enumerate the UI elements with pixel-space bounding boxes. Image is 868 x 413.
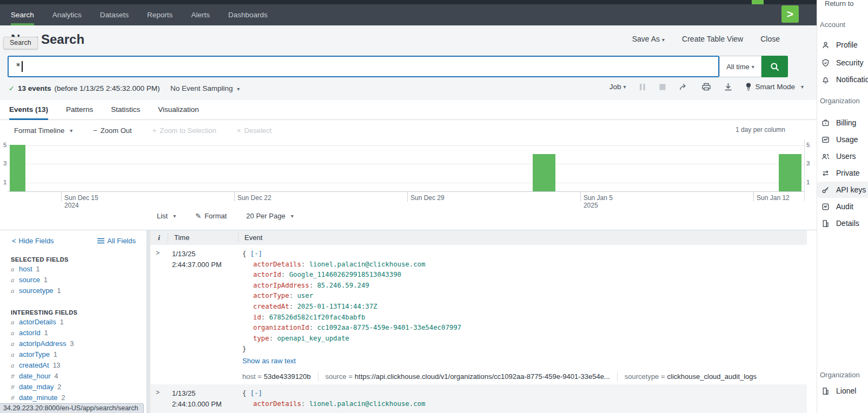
top-green-notch	[752, 0, 764, 4]
json-value[interactable]: user	[297, 292, 313, 299]
json-key[interactable]: actorDetails	[253, 261, 301, 268]
close-button[interactable]: Close	[760, 35, 780, 43]
meta-value-sourcetype[interactable]: clickhouse_cloud_audit_logs	[667, 371, 757, 382]
field-actorType[interactable]: aactorType1	[0, 350, 147, 361]
expand-event-chevron[interactable]: >	[156, 249, 160, 257]
meta-value-host[interactable]: 53de4339120b	[264, 371, 311, 382]
field-name: source	[19, 276, 40, 284]
search-button[interactable]	[761, 56, 788, 77]
tab-events[interactable]: Events (13)	[9, 100, 48, 119]
json-value[interactable]: lionel.palacin@clickhouse.com	[309, 261, 426, 268]
panel-item-users[interactable]: Users	[817, 148, 868, 164]
nav-tab-analytics[interactable]: Analytics	[52, 4, 82, 25]
caret-down-icon: ▾	[237, 86, 240, 92]
field-actorId[interactable]: aactorId1	[0, 329, 147, 339]
json-key[interactable]: createdAt	[253, 303, 289, 310]
field-actorDetails[interactable]: aactorDetails1	[0, 318, 147, 329]
json-key[interactable]: organizationId	[253, 324, 309, 331]
json-value[interactable]: Google_114602629918513043390	[289, 271, 401, 278]
json-value[interactable]: openapi_key_update	[277, 335, 349, 342]
print-button[interactable]	[702, 83, 711, 91]
json-key[interactable]: actorIpAddress	[253, 282, 309, 289]
nav-tab-alerts[interactable]: Alerts	[191, 4, 210, 25]
panel-item-api-keys[interactable]: API keys	[817, 182, 868, 198]
list-view-dropdown[interactable]: List▾	[157, 212, 176, 220]
json-line: organizationId: cc1092aa-8775-459e-9401-…	[242, 323, 757, 334]
nav-tab-datasets[interactable]: Datasets	[100, 4, 129, 25]
json-key[interactable]: actorDetails	[253, 400, 301, 408]
create-table-view-button[interactable]: Create Table View	[682, 35, 743, 43]
nav-tab-search[interactable]: Search	[11, 4, 34, 25]
field-actorIpAddress[interactable]: aactorIpAddress3	[0, 339, 147, 350]
export-button[interactable]	[724, 83, 732, 91]
json-value[interactable]: lionel.palacin@clickhouse.com	[309, 400, 426, 408]
field-name: sourcetype	[19, 287, 54, 295]
field-source[interactable]: asource1	[0, 276, 147, 287]
event-column-header: Event	[238, 234, 807, 242]
deselect-button[interactable]: ×Deselect	[237, 126, 271, 135]
timeline-bar[interactable]	[10, 145, 25, 191]
search-mode-button[interactable]: Smart Mode ▾	[746, 83, 804, 91]
tab-statistics[interactable]: Statistics	[111, 100, 140, 119]
field-sourcetype[interactable]: asourcetype1	[0, 287, 147, 297]
timeline-bar[interactable]	[533, 154, 555, 191]
panel-item-profile[interactable]: Profile	[817, 37, 868, 53]
format-timeline-dropdown[interactable]: Format Timeline▾	[14, 126, 72, 135]
panel-item-usage[interactable]: Usage	[817, 131, 868, 148]
zoom-to-selection-button[interactable]: +Zoom to Selection	[153, 126, 216, 135]
json-value[interactable]: 85.246.59.249	[317, 282, 369, 289]
pause-button[interactable]	[639, 83, 646, 91]
nav-tab-reports[interactable]: Reports	[147, 4, 173, 25]
json-value[interactable]: 678526d582c1f20fac4babfb	[269, 314, 366, 321]
timeline-bar[interactable]	[779, 154, 801, 191]
job-menu-button[interactable]: Job▾	[609, 83, 626, 91]
show-raw-text-link[interactable]: Show as raw text	[242, 356, 757, 367]
x-axis-tick	[753, 192, 754, 202]
panel-item-notifications[interactable]: Notifications	[817, 71, 868, 88]
tab-visualization[interactable]: Visualization	[158, 100, 199, 119]
splunk-logo-icon[interactable]: >	[781, 5, 799, 23]
panel-item-organization-name[interactable]: Lionel	[817, 383, 868, 399]
nav-tab-dashboards[interactable]: Dashboards	[228, 4, 268, 25]
panel-item-details[interactable]: Details	[817, 215, 868, 231]
hide-fields-link[interactable]: <Hide Fields	[12, 237, 54, 245]
per-page-dropdown[interactable]: 20 Per Page▾	[246, 212, 293, 220]
panel-item-audit[interactable]: Audit	[817, 198, 868, 215]
share-button[interactable]	[679, 83, 688, 91]
json-key[interactable]: actorId	[253, 271, 281, 278]
collapse-json-link[interactable]: [-]	[250, 389, 262, 397]
return-to-link[interactable]: Return to	[825, 0, 853, 8]
expand-event-chevron[interactable]: >	[156, 389, 160, 396]
tab-patterns[interactable]: Patterns	[66, 100, 93, 119]
field-name: date_mday	[19, 383, 54, 391]
caret-down-icon: ▾	[752, 64, 754, 70]
json-key[interactable]: type	[253, 335, 269, 342]
panel-item-security[interactable]: Security	[817, 55, 868, 71]
nav-tab-label: Dashboards	[228, 11, 268, 19]
field-date_minute[interactable]: #date_minute2	[0, 394, 147, 404]
save-as-button[interactable]: Save As▾	[632, 35, 665, 43]
event-date: 1/13/25	[172, 388, 222, 399]
meta-value-source[interactable]: https://api.clickhouse.cloud/v1/organiza…	[355, 371, 610, 382]
event-sampling-dropdown[interactable]: No Event Sampling ▾	[170, 84, 240, 92]
field-date_mday[interactable]: #date_mday2	[0, 383, 147, 394]
zoom-out-button[interactable]: −Zoom Out	[93, 126, 131, 135]
json-value[interactable]: cc1092aa-8775-459e-9401-33e54ec07997	[317, 324, 461, 331]
stop-button[interactable]	[659, 84, 666, 90]
json-key[interactable]: actorType	[253, 292, 289, 299]
time-range-picker[interactable]: All time ▾	[719, 56, 761, 77]
field-name: date_hour	[19, 372, 51, 380]
job-done-check-icon: ✓	[9, 84, 15, 92]
json-value[interactable]: 2025-01-13T14:44:37Z	[297, 303, 377, 310]
search-input[interactable]: *	[8, 56, 719, 77]
panel-item-billing[interactable]: Billing	[817, 115, 868, 131]
all-fields-link[interactable]: All Fields	[97, 237, 136, 245]
collapse-json-link[interactable]: [-]	[250, 250, 262, 257]
json-key[interactable]: id	[253, 314, 261, 321]
field-date_hour[interactable]: #date_hour4	[0, 372, 147, 383]
chart-plot-area[interactable]	[8, 139, 804, 192]
panel-item-private-endpoints[interactable]: Private	[817, 165, 868, 181]
field-createdAt[interactable]: acreatedAt13	[0, 361, 147, 372]
format-results-button[interactable]: ✎Format	[195, 212, 227, 220]
field-host[interactable]: ahost1	[0, 265, 147, 276]
